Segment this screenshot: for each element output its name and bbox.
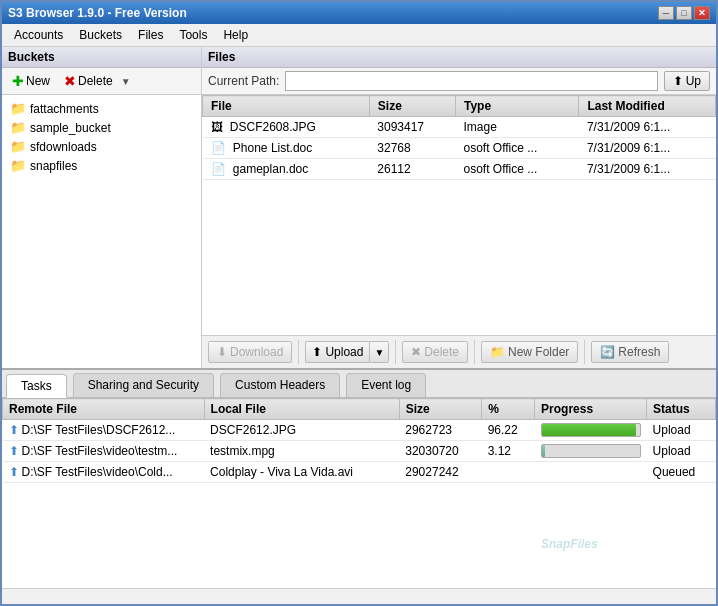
- task-status-1: Upload: [647, 441, 716, 462]
- task-remote-1: ⬆D:\SF TestFiles\video\testm...: [3, 441, 205, 462]
- task-row-1[interactable]: ⬆D:\SF TestFiles\video\testm...testmix.m…: [3, 441, 716, 462]
- files-panel: Files Current Path: ⬆ Up File Size: [202, 47, 716, 368]
- menu-files[interactable]: Files: [130, 26, 171, 44]
- col-size[interactable]: Size: [369, 96, 455, 117]
- file-name-1: 📄 Phone List.doc: [203, 138, 370, 159]
- task-percent-2: [482, 462, 535, 483]
- file-row-1[interactable]: 📄 Phone List.doc 32768 osoft Office ... …: [203, 138, 716, 159]
- bottom-scrollbar[interactable]: [2, 588, 716, 604]
- buckets-toolbar: ✚ New ✖ Delete ▼: [2, 68, 201, 95]
- progress-bar-bg: [541, 444, 641, 458]
- task-status-0: Upload: [647, 420, 716, 441]
- col-progress[interactable]: Progress: [535, 399, 647, 420]
- task-progress-0: [535, 420, 647, 441]
- folder-icon: 📁: [10, 101, 26, 116]
- bucket-tree: 📁 fattachments 📁 sample_bucket 📁 sfdownl…: [2, 95, 201, 368]
- col-task-size[interactable]: Size: [399, 399, 481, 420]
- bucket-sample[interactable]: 📁 sample_bucket: [6, 118, 197, 137]
- task-percent-1: 3.12: [482, 441, 535, 462]
- tab-eventlog[interactable]: Event log: [346, 373, 426, 397]
- file-toolbar: ⬇ Download ⬆ Upload ▼ ✖ Delete: [202, 335, 716, 368]
- folder-icon: 📁: [10, 139, 26, 154]
- task-size-0: 2962723: [399, 420, 481, 441]
- download-icon: ⬇: [217, 345, 227, 359]
- task-row-2[interactable]: ⬆D:\SF TestFiles\video\Cold...Coldplay -…: [3, 462, 716, 483]
- buckets-panel-title: Buckets: [2, 47, 201, 68]
- files-panel-title: Files: [202, 47, 716, 68]
- window-controls: ─ □ ✕: [658, 6, 710, 20]
- close-button[interactable]: ✕: [694, 6, 710, 20]
- folder-icon: 📁: [10, 158, 26, 173]
- file-row-0[interactable]: 🖼 DSCF2608.JPG 3093417 Image 7/31/2009 6…: [203, 117, 716, 138]
- doc-file-icon-2: 📄: [211, 162, 226, 176]
- menu-tools[interactable]: Tools: [171, 26, 215, 44]
- path-label: Current Path:: [208, 74, 279, 88]
- delete-bucket-button[interactable]: ✖ Delete: [58, 71, 119, 91]
- separator-2: [395, 340, 396, 364]
- task-local-1: testmix.mpg: [204, 441, 399, 462]
- tab-headers[interactable]: Custom Headers: [220, 373, 340, 397]
- new-folder-icon: 📁: [490, 345, 505, 359]
- file-modified-2: 7/31/2009 6:1...: [579, 159, 716, 180]
- col-type[interactable]: Type: [455, 96, 578, 117]
- upload-task-icon: ⬆: [9, 423, 19, 437]
- delete-file-icon: ✖: [411, 345, 421, 359]
- up-button[interactable]: ⬆ Up: [664, 71, 710, 91]
- bucket-sfdownloads[interactable]: 📁 sfdownloads: [6, 137, 197, 156]
- file-type-0: Image: [455, 117, 578, 138]
- file-type-1: osoft Office ...: [455, 138, 578, 159]
- task-size-1: 32030720: [399, 441, 481, 462]
- upload-button[interactable]: ⬆ Upload: [305, 341, 369, 363]
- tab-sharing[interactable]: Sharing and Security: [73, 373, 214, 397]
- image-file-icon: 🖼: [211, 120, 223, 134]
- col-status[interactable]: Status: [647, 399, 716, 420]
- delete-button[interactable]: ✖ Delete: [402, 341, 468, 363]
- file-size-1: 32768: [369, 138, 455, 159]
- file-name-2: 📄 gameplan.doc: [203, 159, 370, 180]
- minimize-button[interactable]: ─: [658, 6, 674, 20]
- upload-dropdown-button[interactable]: ▼: [369, 341, 389, 363]
- up-arrow-icon: ⬆: [673, 74, 683, 88]
- refresh-icon: 🔄: [600, 345, 615, 359]
- menu-accounts[interactable]: Accounts: [6, 26, 71, 44]
- task-remote-2: ⬆D:\SF TestFiles\video\Cold...: [3, 462, 205, 483]
- tab-tasks[interactable]: Tasks: [6, 374, 67, 398]
- separator-3: [474, 340, 475, 364]
- title-bar: S3 Browser 1.9.0 - Free Version ─ □ ✕: [2, 2, 716, 24]
- separator-1: [298, 340, 299, 364]
- menu-bar: Accounts Buckets Files Tools Help: [2, 24, 716, 47]
- tasks-section: Tasks Sharing and Security Custom Header…: [2, 368, 716, 588]
- task-local-0: DSCF2612.JPG: [204, 420, 399, 441]
- bucket-snapfiles[interactable]: 📁 snapfiles: [6, 156, 197, 175]
- doc-file-icon: 📄: [211, 141, 226, 155]
- file-name-0: 🖼 DSCF2608.JPG: [203, 117, 370, 138]
- file-modified-1: 7/31/2009 6:1...: [579, 138, 716, 159]
- progress-bar-fill: [542, 424, 636, 436]
- new-folder-button[interactable]: 📁 New Folder: [481, 341, 578, 363]
- bucket-fattachments[interactable]: 📁 fattachments: [6, 99, 197, 118]
- upload-task-icon: ⬆: [9, 465, 19, 479]
- task-remote-0: ⬆D:\SF TestFiles\DSCF2612...: [3, 420, 205, 441]
- menu-help[interactable]: Help: [215, 26, 256, 44]
- path-input[interactable]: [285, 71, 657, 91]
- menu-buckets[interactable]: Buckets: [71, 26, 130, 44]
- col-local[interactable]: Local File: [204, 399, 399, 420]
- new-bucket-button[interactable]: ✚ New: [6, 71, 56, 91]
- separator-4: [584, 340, 585, 364]
- col-modified[interactable]: Last Modified: [579, 96, 716, 117]
- app-title: S3 Browser 1.9.0 - Free Version: [8, 6, 187, 20]
- task-progress-2: [535, 462, 647, 483]
- top-panels: Buckets ✚ New ✖ Delete ▼ 📁 fattachm: [2, 47, 716, 368]
- path-bar: Current Path: ⬆ Up: [202, 68, 716, 95]
- refresh-button[interactable]: 🔄 Refresh: [591, 341, 669, 363]
- file-row-2[interactable]: 📄 gameplan.doc 26112 osoft Office ... 7/…: [203, 159, 716, 180]
- col-file[interactable]: File: [203, 96, 370, 117]
- task-row-0[interactable]: ⬆D:\SF TestFiles\DSCF2612...DSCF2612.JPG…: [3, 420, 716, 441]
- maximize-button[interactable]: □: [676, 6, 692, 20]
- col-percent[interactable]: %: [482, 399, 535, 420]
- new-icon: ✚: [12, 73, 24, 89]
- folder-icon: 📁: [10, 120, 26, 135]
- col-remote[interactable]: Remote File: [3, 399, 205, 420]
- file-size-0: 3093417: [369, 117, 455, 138]
- download-button[interactable]: ⬇ Download: [208, 341, 292, 363]
